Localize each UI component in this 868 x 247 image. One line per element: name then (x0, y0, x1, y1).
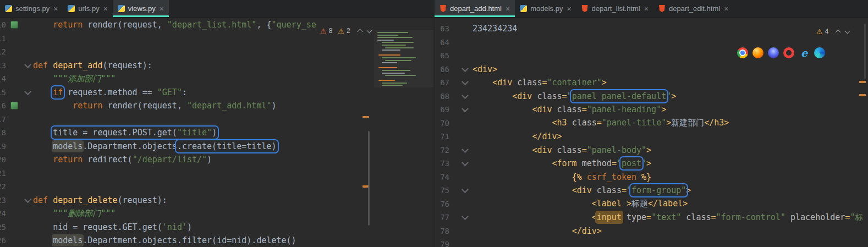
minimap[interactable] (374, 30, 433, 87)
code-token: <div (532, 105, 557, 114)
line-number[interactable]: 67 (435, 78, 449, 87)
scrollbar-thumb[interactable] (864, 24, 866, 79)
line-number[interactable]: 26 (0, 236, 6, 245)
chevron-down-icon[interactable] (845, 28, 850, 34)
code-content: <div class="panel-body"> (473, 145, 651, 155)
inspection-count-label: 2 (347, 27, 350, 35)
minimap-line (382, 85, 403, 86)
fold-arrow-icon[interactable] (462, 79, 469, 86)
template-gutter-icon[interactable] (10, 21, 18, 29)
tab-settings-py[interactable]: settings.py× (0, 0, 63, 17)
line-number[interactable]: 66 (435, 65, 449, 74)
line-number[interactable]: 23 (0, 196, 6, 205)
close-icon[interactable]: × (724, 5, 728, 13)
error-stripe-mark[interactable] (362, 116, 369, 118)
close-icon[interactable]: × (53, 5, 58, 13)
line-number[interactable]: 13 (0, 61, 6, 70)
line-number[interactable]: 74 (435, 173, 449, 182)
line-number[interactable]: 16 (0, 101, 6, 110)
fold-arrow-icon[interactable] (24, 196, 31, 203)
line-number[interactable]: 25 (0, 223, 6, 232)
line-number[interactable]: 22 (0, 182, 6, 191)
fold-arrow-icon[interactable] (24, 61, 31, 68)
code-content: return redirect("/depart/list/") (33, 155, 212, 164)
tab-urls-py[interactable]: urls.py× (63, 0, 112, 17)
line-number[interactable]: 70 (435, 119, 449, 128)
line-number[interactable]: 69 (435, 105, 449, 114)
chevron-down-icon[interactable] (366, 28, 372, 33)
tab-models-py[interactable]: models.py× (515, 0, 576, 17)
inspection-count[interactable]: ⚠2 (338, 27, 350, 35)
code-token: nid = request.GET.get( (53, 222, 162, 232)
fold-gutter (449, 76, 473, 90)
line-number[interactable]: 65 (435, 51, 449, 60)
fold-gutter (449, 130, 473, 144)
line-number[interactable]: 76 (435, 200, 449, 208)
close-icon[interactable]: × (506, 5, 510, 13)
inspection-count[interactable]: ⚠4 (816, 28, 828, 35)
ie-icon[interactable] (799, 47, 810, 58)
line-number[interactable]: 24 (0, 209, 6, 218)
line-number[interactable]: 12 (0, 47, 6, 56)
close-icon[interactable]: × (644, 5, 649, 13)
tab-depart_edit-html[interactable]: depart_edit.html× (653, 0, 733, 17)
line-number[interactable]: 72 (435, 146, 449, 155)
code-content: <div class="panel panel-default"> (473, 91, 676, 101)
edge-icon[interactable] (814, 47, 825, 58)
tab-views-py[interactable]: views.py× (113, 0, 169, 17)
line-number[interactable]: 15 (0, 88, 6, 97)
opera-icon[interactable] (783, 47, 794, 58)
chevron-up-icon[interactable] (357, 29, 362, 35)
template-gutter-icon[interactable] (10, 102, 18, 109)
line-number[interactable]: 18 (0, 128, 6, 137)
fold-arrow-icon[interactable] (462, 92, 469, 99)
fold-arrow-icon[interactable] (462, 65, 469, 72)
inspection-count-label: 8 (329, 27, 333, 35)
fold-arrow-icon[interactable] (462, 146, 469, 153)
occurrence-box: title = request.POST.get("title") (53, 128, 217, 138)
fold-arrow-icon[interactable] (462, 186, 469, 194)
code-token: > (646, 145, 651, 155)
error-stripe-mark[interactable] (859, 81, 866, 83)
fold-arrow-icon[interactable] (462, 160, 469, 167)
right-editor-pane[interactable]: 63234234234646566<div>67 <div class="con… (435, 17, 868, 247)
line-number[interactable]: 78 (435, 227, 449, 235)
line-number[interactable]: 17 (0, 115, 6, 124)
fold-arrow-icon[interactable] (462, 213, 469, 221)
code-line: 73 <form method="post"> (435, 157, 868, 171)
safari-icon[interactable] (768, 47, 779, 58)
left-editor-pane[interactable]: 10 return render(request, "depart_list.h… (0, 17, 435, 247)
line-number[interactable]: 73 (435, 159, 449, 168)
minimap-line (382, 62, 397, 63)
line-number[interactable]: 19 (0, 142, 6, 151)
code-token (473, 105, 532, 114)
tab-depart_list-html[interactable]: depart_list.html× (576, 0, 653, 17)
fold-arrow-icon[interactable] (24, 88, 31, 95)
tab-depart_add-html[interactable]: depart_add.html× (435, 0, 515, 17)
close-icon[interactable]: × (567, 5, 571, 13)
line-number[interactable]: 63 (435, 24, 449, 33)
firefox-icon[interactable] (752, 47, 763, 58)
fold-arrow-icon[interactable] (462, 106, 469, 113)
scrollbar-thumb[interactable] (368, 131, 370, 226)
inspection-count[interactable]: ⚠8 (320, 27, 332, 35)
line-number[interactable]: 79 (435, 240, 449, 247)
code-token (33, 208, 53, 218)
line-number[interactable]: 10 (0, 20, 6, 29)
line-number[interactable]: 21 (0, 169, 6, 178)
inspection-nav (836, 29, 849, 34)
close-icon[interactable]: × (160, 5, 164, 13)
error-stripe-mark[interactable] (859, 94, 866, 96)
line-number[interactable]: 77 (435, 213, 449, 222)
code-token: panel panel-default (572, 91, 667, 101)
line-number[interactable]: 68 (435, 92, 449, 101)
chrome-icon[interactable] (737, 47, 748, 58)
line-number[interactable]: 20 (0, 155, 6, 164)
chevron-up-icon[interactable] (836, 30, 841, 35)
close-icon[interactable]: × (103, 5, 108, 13)
line-number[interactable]: 11 (0, 34, 6, 43)
line-number[interactable]: 71 (435, 132, 449, 141)
line-number[interactable]: 14 (0, 74, 6, 83)
line-number[interactable]: 64 (435, 38, 449, 47)
line-number[interactable]: 75 (435, 186, 449, 195)
